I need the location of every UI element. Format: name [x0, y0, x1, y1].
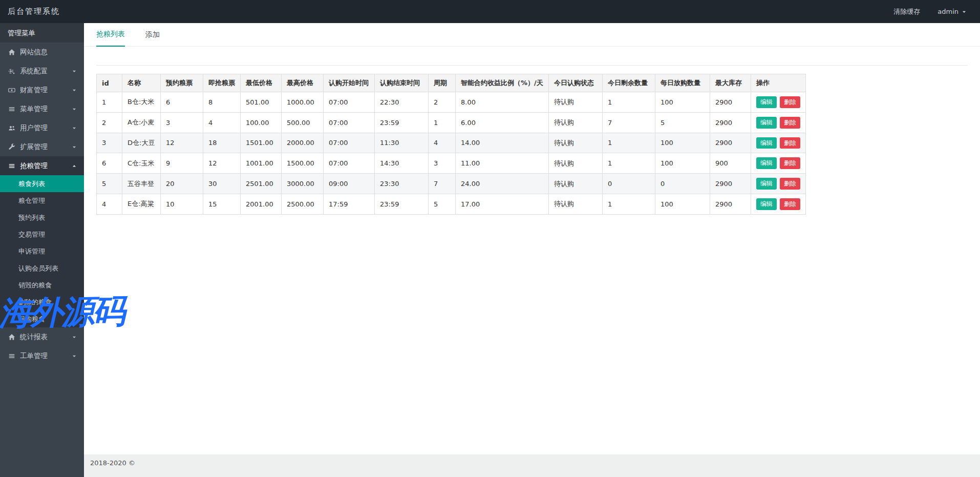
- table-cell: 待认购: [549, 174, 603, 194]
- table-cell: 23:59: [375, 194, 429, 214]
- table-cell: 待认购: [549, 153, 603, 174]
- table-cell: 17:59: [324, 194, 375, 214]
- sidebar-item-label: 网站信息: [20, 48, 48, 57]
- users-icon: [8, 125, 15, 132]
- sidebar-item-label: 财富管理: [20, 86, 48, 95]
- sidebar-item[interactable]: 统计报表: [0, 327, 84, 346]
- delete-button[interactable]: 删除: [780, 198, 800, 210]
- table-cell: 8: [203, 92, 241, 113]
- clear-cache-link[interactable]: 清除缓存: [893, 7, 920, 16]
- edit-button[interactable]: 编辑: [756, 137, 777, 149]
- gears-icon: [8, 68, 15, 75]
- table-cell: 6.00: [456, 112, 549, 133]
- menu-icon: [8, 162, 15, 170]
- sidebar-item-label: 用户管理: [20, 123, 48, 133]
- table-cell: 1501.00: [241, 133, 282, 153]
- sidebar-item[interactable]: 财富管理: [0, 80, 84, 99]
- table-cell: 3: [161, 112, 203, 133]
- sidebar-item[interactable]: 用户管理: [0, 118, 84, 137]
- main-layout: 管理菜单 网站信息系统配置财富管理菜单管理用户管理扩展管理抢粮管理粮食列表粮仓管…: [0, 23, 980, 477]
- sidebar-item-label: 菜单管理: [20, 105, 48, 114]
- tab-bar: 抢粮列表添加: [84, 23, 980, 47]
- submenu-item[interactable]: 粮仓管理: [0, 192, 84, 209]
- table-cell: 2000.00: [282, 133, 324, 153]
- table-cell: 12: [161, 133, 203, 153]
- column-header: 今日剩余数量: [603, 74, 655, 92]
- submenu-item[interactable]: 申诉管理: [0, 243, 84, 260]
- table-cell: 待认购: [549, 133, 603, 153]
- table-cell: 17.00: [456, 194, 549, 214]
- sidebar-item[interactable]: 抢粮管理: [0, 156, 84, 175]
- edit-button[interactable]: 编辑: [756, 178, 777, 190]
- table-cell: 2900: [710, 174, 751, 194]
- delete-button[interactable]: 删除: [780, 96, 800, 108]
- table-cell: 5: [429, 194, 456, 214]
- app-title: 后台管理系统: [8, 7, 60, 16]
- edit-button[interactable]: 编辑: [756, 198, 777, 210]
- sidebar-item[interactable]: 工单管理: [0, 346, 84, 365]
- delete-button[interactable]: 删除: [780, 178, 800, 190]
- column-header: 最高价格: [282, 74, 324, 92]
- submenu-item[interactable]: 交易管理: [0, 226, 84, 243]
- table-cell: 500.00: [282, 112, 324, 133]
- table-cell: 1: [603, 133, 655, 153]
- admin-dropdown[interactable]: admin: [938, 8, 967, 15]
- table-cell: 4: [203, 112, 241, 133]
- topbar-right: 清除缓存 admin: [893, 7, 967, 16]
- table-cell: 7: [603, 112, 655, 133]
- table-cell: 07:00: [324, 133, 375, 153]
- table-head: id名称预约粮票即抢粮票最低价格最高价格认购开始时间认购结束时间周期智能合约收益…: [97, 74, 806, 92]
- delete-button[interactable]: 删除: [780, 137, 800, 149]
- tab-item[interactable]: 抢粮列表: [96, 30, 125, 47]
- menu-icon: [8, 352, 15, 360]
- table-cell: 待认购: [549, 92, 603, 113]
- column-header: 预约粮票: [161, 74, 203, 92]
- table-cell: 1: [603, 153, 655, 174]
- table-cell: 待认购: [549, 112, 603, 133]
- submenu-item[interactable]: 认购会员列表: [0, 260, 84, 277]
- column-header: 最大库存: [710, 74, 751, 92]
- sidebar-item[interactable]: 网站信息: [0, 43, 84, 61]
- submenu-item[interactable]: 回购粮食: [0, 310, 84, 327]
- table-row: 5五谷丰登20302501.003000.0009:0023:30724.00待…: [97, 174, 806, 194]
- submenu-item[interactable]: 粮食列表: [0, 175, 84, 192]
- caret-up-icon: [70, 163, 78, 169]
- caret-down-icon: [70, 88, 78, 93]
- table-cell: 100.00: [241, 112, 282, 133]
- table-cell: 2900: [710, 92, 751, 113]
- delete-button[interactable]: 删除: [780, 157, 800, 169]
- table-cell: 100: [655, 153, 710, 174]
- table-row: 1B仓:大米68501.001000.0007:0022:3028.00待认购1…: [97, 92, 806, 113]
- table-cell: 15: [203, 194, 241, 214]
- table-cell: 07:00: [324, 153, 375, 174]
- table-cell: 23:59: [375, 112, 429, 133]
- table-cell: 4: [429, 133, 456, 153]
- table-row: 6C仓:玉米9121001.001500.0007:0014:30311.00待…: [97, 153, 806, 174]
- submenu-item[interactable]: 删除的粮食: [0, 294, 84, 310]
- submenu-item[interactable]: 预约列表: [0, 209, 84, 226]
- sidebar-item[interactable]: 系统配置: [0, 61, 84, 80]
- edit-button[interactable]: 编辑: [756, 157, 777, 169]
- actions-cell: 编辑删除: [751, 174, 806, 194]
- admin-username: admin: [938, 8, 958, 15]
- column-header: 智能合约收益比例（%）/天: [456, 74, 549, 92]
- tab-item[interactable]: 添加: [145, 30, 160, 46]
- delete-button[interactable]: 删除: [780, 117, 800, 129]
- table-cell: 五谷丰登: [122, 174, 161, 194]
- table-cell: 8.00: [456, 92, 549, 113]
- table-cell: 14:30: [375, 153, 429, 174]
- content-area: id名称预约粮票即抢粮票最低价格最高价格认购开始时间认购结束时间周期智能合约收益…: [84, 47, 980, 454]
- edit-button[interactable]: 编辑: [756, 96, 777, 108]
- edit-button[interactable]: 编辑: [756, 117, 777, 129]
- sidebar-item[interactable]: 菜单管理: [0, 99, 84, 118]
- table-cell: 07:00: [324, 92, 375, 113]
- table-cell: 2501.00: [241, 174, 282, 194]
- sidebar-item[interactable]: 扩展管理: [0, 137, 84, 156]
- actions-cell: 编辑删除: [751, 153, 806, 174]
- table-cell: 2900: [710, 194, 751, 214]
- table-cell: 501.00: [241, 92, 282, 113]
- table-cell: 4: [97, 194, 122, 214]
- table-cell: 22:30: [375, 92, 429, 113]
- submenu-item[interactable]: 销毁的粮食: [0, 277, 84, 294]
- column-header: 认购开始时间: [324, 74, 375, 92]
